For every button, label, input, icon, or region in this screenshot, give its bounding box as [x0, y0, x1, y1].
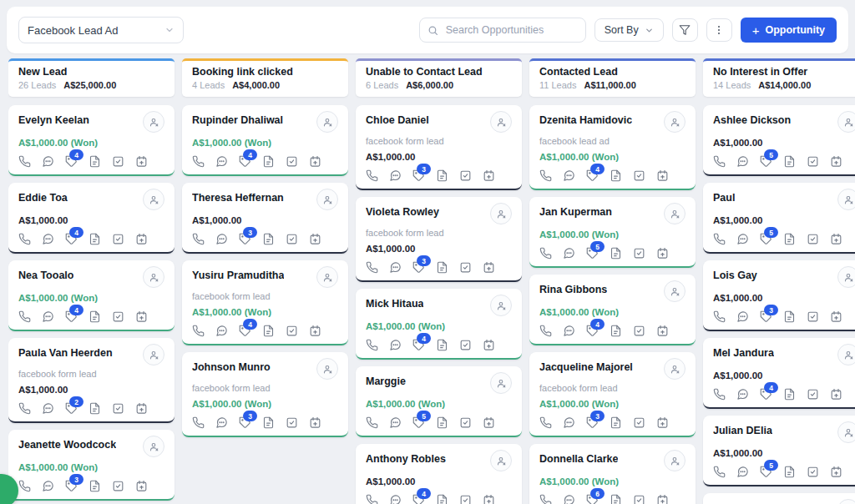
sms-icon[interactable]: [736, 233, 749, 245]
sms-icon[interactable]: [389, 261, 402, 274]
sms-icon[interactable]: [215, 325, 228, 337]
assign-owner-button[interactable]: [316, 358, 338, 380]
call-icon[interactable]: [713, 388, 726, 401]
notes-icon[interactable]: [262, 416, 275, 429]
appointment-icon[interactable]: [309, 233, 321, 245]
tags-icon[interactable]: 4: [412, 339, 425, 351]
tags-icon[interactable]: 3: [65, 480, 78, 492]
call-icon[interactable]: [366, 416, 378, 429]
tasks-icon[interactable]: [633, 494, 645, 504]
assign-owner-button[interactable]: [143, 344, 164, 365]
notes-icon[interactable]: [436, 169, 448, 182]
opportunity-card[interactable]: Lois Gay A$1,000.00 3: [703, 260, 855, 331]
assign-owner-button[interactable]: [837, 344, 855, 365]
opportunity-card[interactable]: Marggie A$1,000.00 (Won) 5: [356, 366, 522, 437]
appointment-icon[interactable]: [135, 233, 148, 245]
assign-owner-button[interactable]: [837, 111, 855, 133]
tags-icon[interactable]: 4: [586, 169, 599, 182]
tasks-icon[interactable]: [112, 155, 124, 168]
tags-icon[interactable]: 2: [65, 402, 78, 415]
appointment-icon[interactable]: [483, 339, 495, 351]
opportunity-card[interactable]: Mick Hitaua A$1,000.00 (Won) 4: [356, 289, 522, 360]
tasks-icon[interactable]: [807, 466, 819, 478]
sms-icon[interactable]: [563, 325, 575, 337]
tasks-icon[interactable]: [459, 261, 472, 274]
notes-icon[interactable]: [783, 233, 796, 245]
notes-icon[interactable]: [610, 494, 622, 504]
call-icon[interactable]: [713, 466, 726, 478]
appointment-icon[interactable]: [135, 402, 148, 415]
assign-owner-button[interactable]: [316, 111, 338, 133]
sms-icon[interactable]: [42, 233, 54, 245]
notes-icon[interactable]: [783, 388, 796, 401]
tasks-icon[interactable]: [459, 494, 472, 504]
opportunity-card[interactable]: Violeta Rowley facebook form lead A$1,00…: [356, 197, 522, 282]
opportunity-card[interactable]: Johnson Munro facebook form lead A$1,000…: [182, 352, 348, 437]
notes-icon[interactable]: [262, 155, 275, 168]
appointment-icon[interactable]: [656, 494, 669, 504]
opportunity-card[interactable]: Nea Tooalo A$1,000.00 (Won) 4: [8, 260, 175, 331]
tasks-icon[interactable]: [112, 402, 124, 415]
appointment-icon[interactable]: [656, 169, 669, 182]
tasks-icon[interactable]: [286, 325, 298, 337]
appointment-icon[interactable]: [309, 416, 321, 429]
notes-icon[interactable]: [610, 325, 622, 337]
appointment-icon[interactable]: [830, 388, 842, 401]
tags-icon[interactable]: 3: [239, 233, 251, 245]
tags-icon[interactable]: 4: [65, 233, 78, 245]
sms-icon[interactable]: [389, 339, 402, 351]
sms-icon[interactable]: [563, 416, 575, 429]
call-icon[interactable]: [366, 169, 378, 182]
tags-icon[interactable]: 6: [586, 494, 599, 504]
sms-icon[interactable]: [215, 155, 228, 168]
tasks-icon[interactable]: [112, 233, 124, 245]
sms-icon[interactable]: [736, 466, 749, 478]
call-icon[interactable]: [366, 494, 378, 504]
opportunity-card[interactable]: Rupinder Dhaliwal A$1,000.00 (Won) 4: [182, 105, 348, 176]
call-icon[interactable]: [713, 233, 726, 245]
search-input[interactable]: [444, 23, 578, 37]
tags-icon[interactable]: 3: [239, 416, 251, 429]
notes-icon[interactable]: [436, 339, 448, 351]
sms-icon[interactable]: [563, 169, 575, 182]
tasks-icon[interactable]: [807, 155, 819, 168]
notes-icon[interactable]: [610, 416, 622, 429]
tags-icon[interactable]: 4: [412, 494, 425, 504]
appointment-icon[interactable]: [135, 155, 148, 168]
tags-icon[interactable]: 5: [412, 416, 425, 429]
pipeline-select[interactable]: Facebook Lead Ad: [18, 17, 184, 43]
appointment-icon[interactable]: [656, 416, 669, 429]
appointment-icon[interactable]: [483, 416, 495, 429]
assign-owner-button[interactable]: [837, 189, 855, 210]
opportunity-card[interactable]: Ashlee Dickson A$1,000.00 5: [703, 105, 855, 176]
opportunity-card[interactable]: Yusiru Pramuditha facebook form lead A$1…: [182, 260, 348, 345]
appointment-icon[interactable]: [656, 325, 669, 337]
opportunity-card[interactable]: Evelyn Keelan A$1,000.00 (Won) 4: [8, 105, 175, 176]
tasks-icon[interactable]: [633, 416, 645, 429]
sms-icon[interactable]: [42, 480, 54, 492]
sms-icon[interactable]: [563, 494, 575, 504]
notes-icon[interactable]: [783, 155, 796, 168]
tags-icon[interactable]: 5: [760, 233, 772, 245]
appointment-icon[interactable]: [830, 155, 842, 168]
filter-button[interactable]: [672, 18, 698, 42]
tags-icon[interactable]: 4: [760, 388, 772, 401]
tags-icon[interactable]: 4: [239, 325, 251, 337]
notes-icon[interactable]: [783, 310, 796, 323]
assign-owner-button[interactable]: [837, 499, 855, 504]
opportunity-card[interactable]: Mel Jandura A$1,000.00 4: [703, 338, 855, 409]
tasks-icon[interactable]: [286, 233, 298, 245]
tasks-icon[interactable]: [807, 233, 819, 245]
tasks-icon[interactable]: [633, 169, 645, 182]
notes-icon[interactable]: [610, 247, 622, 260]
call-icon[interactable]: [192, 325, 205, 337]
sms-icon[interactable]: [389, 416, 402, 429]
tags-icon[interactable]: 3: [760, 310, 772, 323]
tags-icon[interactable]: 5: [760, 466, 772, 478]
call-icon[interactable]: [18, 233, 31, 245]
tags-icon[interactable]: 3: [586, 416, 599, 429]
call-icon[interactable]: [18, 480, 31, 492]
assign-owner-button[interactable]: [490, 372, 512, 394]
notes-icon[interactable]: [262, 325, 275, 337]
appointment-icon[interactable]: [309, 155, 321, 168]
